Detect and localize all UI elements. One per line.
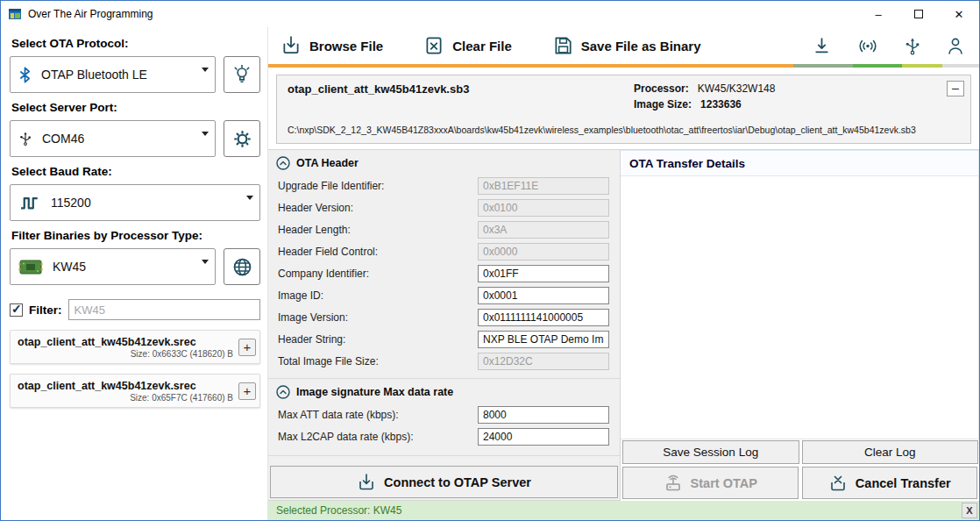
cancel-transfer-button[interactable]: Cancel Transfer	[802, 467, 978, 499]
start-otap-button[interactable]: Start OTAP	[622, 467, 799, 499]
field-label: Total Image File Size:	[278, 355, 478, 368]
chevron-down-icon	[202, 68, 209, 72]
clear-file-button[interactable]: Clear File	[423, 35, 512, 56]
gear-icon	[232, 129, 252, 149]
chevron-down-icon	[202, 260, 209, 264]
field-label: Company Identifier:	[278, 268, 478, 280]
protocol-select[interactable]: OTAP Bluetooth LE	[10, 56, 216, 93]
transfer-details-list[interactable]	[621, 176, 979, 439]
total-image-file-size-input[interactable]	[478, 353, 609, 370]
download-icon[interactable]	[812, 36, 832, 56]
image-version-input[interactable]	[478, 309, 609, 326]
file-toolbar: Browse File Clear File	[268, 27, 979, 64]
header-version-input[interactable]	[478, 199, 609, 217]
transfer-details-panel: OTA Transfer Details Save Session Log Cl…	[621, 149, 979, 501]
browse-file-button[interactable]: Browse File	[281, 35, 383, 56]
field-label: Image Version:	[278, 311, 478, 324]
file-info-panel: otap_client_att_kw45b41zevk.sb3 Processo…	[276, 75, 971, 144]
max-att-rate-input[interactable]	[478, 406, 609, 424]
image-size-value: 1233636	[700, 98, 742, 111]
baud-value: 115200	[51, 196, 246, 210]
bluetooth-icon	[18, 67, 32, 83]
browse-file-icon	[281, 35, 302, 56]
signature-section-title: Image signature Max data rate	[296, 386, 453, 398]
start-otap-label: Start OTAP	[691, 476, 757, 490]
cancel-transfer-icon	[828, 474, 848, 493]
image-size-key: Image Size:	[634, 98, 692, 111]
binary-name: otap_client_att_kw45b41zevk.srec	[18, 380, 233, 392]
protocol-label: Select OTA Protocol:	[11, 37, 260, 50]
binary-list-item[interactable]: otap_client_att_kw45b41zevk.srec Size: 0…	[10, 374, 260, 408]
port-label: Select Server Port:	[11, 101, 260, 114]
maximize-icon	[914, 10, 923, 18]
header-length-input[interactable]	[478, 221, 609, 239]
ota-header-title: OTA Header	[296, 157, 359, 169]
port-settings-button[interactable]	[224, 120, 260, 157]
processor-value: KW45	[53, 260, 202, 274]
filter-checkbox[interactable]	[10, 303, 23, 317]
filter-input[interactable]	[68, 299, 260, 320]
close-button[interactable]: ✕	[939, 1, 979, 27]
usb-icon	[18, 129, 32, 148]
app-window: Over The Air Programming – ✕ Select OTA …	[0, 0, 980, 521]
loaded-filename: otap_client_att_kw45b41zevk.sb3	[288, 82, 634, 114]
save-session-log-button[interactable]: Save Session Log	[622, 440, 799, 464]
field-label: Header Length:	[278, 224, 478, 236]
processor-value: KW45/K32W148	[698, 82, 776, 95]
usb-icon[interactable]	[904, 36, 921, 56]
connect-icon	[357, 473, 376, 492]
main-area: Browse File Clear File	[268, 27, 979, 520]
ota-header-section-toggle[interactable]: OTA Header	[268, 150, 620, 175]
max-l2cap-rate-input[interactable]	[478, 428, 609, 446]
binary-list-item[interactable]: otap_client_att_kw45b41zevk.srec Size: 0…	[10, 330, 260, 364]
status-bar: Selected Processor: KW45 X	[268, 501, 979, 520]
baud-label: Select Baud Rate:	[11, 165, 260, 178]
titlebar: Over The Air Programming – ✕	[1, 1, 979, 27]
start-otap-icon	[664, 474, 683, 493]
port-value: COM46	[42, 132, 202, 146]
wireless-icon[interactable]	[856, 36, 879, 56]
clear-file-icon	[423, 35, 444, 56]
lightbulb-icon	[232, 65, 252, 84]
image-id-input[interactable]	[478, 287, 609, 304]
chevron-down-icon	[246, 196, 253, 200]
field-label: Header Field Control:	[278, 246, 478, 258]
cancel-transfer-label: Cancel Transfer	[856, 476, 951, 490]
baud-select[interactable]: 115200	[10, 184, 260, 221]
add-binary-button[interactable]: +	[238, 339, 256, 356]
status-close-button[interactable]: X	[962, 503, 977, 518]
minimize-button[interactable]: –	[858, 1, 898, 27]
clear-log-button[interactable]: Clear Log	[802, 440, 979, 464]
processor-select[interactable]: KW45	[10, 248, 216, 285]
clear-file-label: Clear File	[452, 39, 512, 54]
processor-key: Processor:	[634, 82, 689, 95]
company-identifier-input[interactable]	[478, 265, 609, 282]
browse-online-button[interactable]	[224, 248, 260, 285]
port-select[interactable]: COM46	[10, 120, 216, 157]
maximize-button[interactable]	[898, 1, 939, 27]
connect-otap-server-button[interactable]: Connect to OTAP Server	[270, 466, 618, 498]
scan-devices-button[interactable]	[224, 56, 260, 93]
add-binary-button[interactable]: +	[238, 382, 256, 400]
field-label: Max L2CAP data rate (kbps):	[278, 431, 478, 443]
field-label: Upgrade File Identifier:	[278, 180, 478, 192]
chip-board-icon	[18, 258, 43, 276]
upgrade-file-identifier-input[interactable]	[478, 177, 609, 195]
status-message: Selected Processor: KW45	[276, 504, 401, 517]
field-label: Image ID:	[278, 289, 478, 302]
save-file-icon	[552, 35, 573, 56]
collapse-file-button[interactable]: –	[947, 81, 964, 96]
binary-name: otap_client_att_kw45b41zevk.srec	[18, 336, 233, 348]
signature-section-toggle[interactable]: Image signature Max data rate	[268, 379, 620, 403]
header-field-control-input[interactable]	[478, 243, 609, 260]
user-icon[interactable]	[946, 36, 965, 56]
chevron-down-icon	[202, 132, 209, 136]
header-string-input[interactable]	[478, 331, 609, 348]
field-label: Max ATT data rate (kbps):	[278, 409, 478, 421]
collapse-circle-icon	[276, 385, 290, 399]
save-binary-button[interactable]: Save File as Binary	[552, 35, 701, 56]
sidebar: Select OTA Protocol: OTAP Bluetooth LE	[1, 27, 268, 520]
ota-header-panel: OTA Header Upgrade File Identifier: Head…	[268, 149, 621, 501]
app-icon	[8, 7, 22, 21]
window-title: Over The Air Programming	[28, 8, 153, 20]
